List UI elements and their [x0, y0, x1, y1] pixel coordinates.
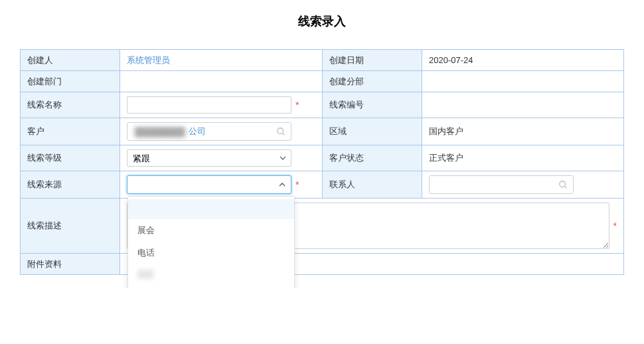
- lead-level-select[interactable]: 紧跟: [127, 149, 291, 167]
- customer-name-blurred: ████████: [133, 127, 187, 137]
- value-lead-name: *: [120, 92, 323, 118]
- creator-link[interactable]: 系统管理员: [127, 55, 170, 65]
- dropdown-item[interactable]: 展会: [128, 219, 294, 242]
- required-star-icon: *: [295, 179, 299, 190]
- label-create-branch: 创建分部: [323, 71, 422, 92]
- label-customer: 客户: [21, 118, 120, 145]
- search-icon: [276, 127, 285, 136]
- label-attachments: 附件资料: [21, 254, 120, 275]
- value-create-date: 2020-07-24: [422, 50, 624, 71]
- value-region: 国内客户: [422, 118, 624, 145]
- value-lead-level: 紧跟: [120, 145, 323, 171]
- page-title: 线索录入: [20, 13, 624, 29]
- search-icon: [558, 180, 568, 189]
- value-create-dept: [120, 71, 323, 92]
- required-star-icon: *: [613, 220, 617, 231]
- lead-source-select[interactable]: 展会 电话 介绍 主动上门 自己找: [127, 175, 291, 194]
- label-create-dept: 创建部门: [21, 71, 120, 92]
- value-customer: ████████ 公司: [120, 118, 323, 145]
- dropdown-item[interactable]: [128, 199, 294, 219]
- value-creator: 系统管理员: [120, 50, 323, 71]
- label-region: 区域: [323, 118, 422, 145]
- label-lead-source: 线索来源: [21, 171, 120, 199]
- contact-lookup[interactable]: [429, 175, 574, 194]
- label-create-date: 创建日期: [323, 50, 422, 71]
- label-lead-no: 线索编号: [323, 92, 422, 118]
- value-create-branch: [422, 71, 624, 92]
- label-customer-status: 客户状态: [323, 145, 422, 171]
- chevron-up-icon: [279, 181, 285, 188]
- value-lead-source: 展会 电话 介绍 主动上门 自己找 *: [120, 171, 323, 199]
- value-lead-no: [422, 92, 624, 118]
- customer-lookup[interactable]: ████████ 公司: [127, 122, 291, 141]
- dropdown-item[interactable]: [128, 264, 294, 286]
- dropdown-item[interactable]: 电话: [128, 242, 294, 264]
- lead-source-dropdown: 展会 电话 介绍 主动上门 自己找: [127, 196, 295, 288]
- svg-line-1: [283, 133, 285, 135]
- svg-point-0: [278, 128, 283, 134]
- label-creator: 创建人: [21, 50, 120, 71]
- label-contact: 联系人: [323, 171, 422, 199]
- label-lead-name: 线索名称: [21, 92, 120, 118]
- label-lead-desc: 线索描述: [21, 199, 120, 254]
- required-star-icon: *: [295, 100, 299, 110]
- label-lead-level: 线索等级: [21, 145, 120, 171]
- svg-point-2: [560, 181, 566, 187]
- value-contact: [422, 171, 624, 199]
- dropdown-item[interactable]: 介绍: [128, 286, 294, 288]
- lead-form-table: 创建人 系统管理员 创建日期 2020-07-24 创建部门 创建分部 线索名称…: [20, 49, 624, 275]
- lead-name-input[interactable]: [127, 96, 291, 114]
- svg-line-3: [565, 187, 567, 189]
- value-customer-status: 正式客户: [422, 145, 624, 171]
